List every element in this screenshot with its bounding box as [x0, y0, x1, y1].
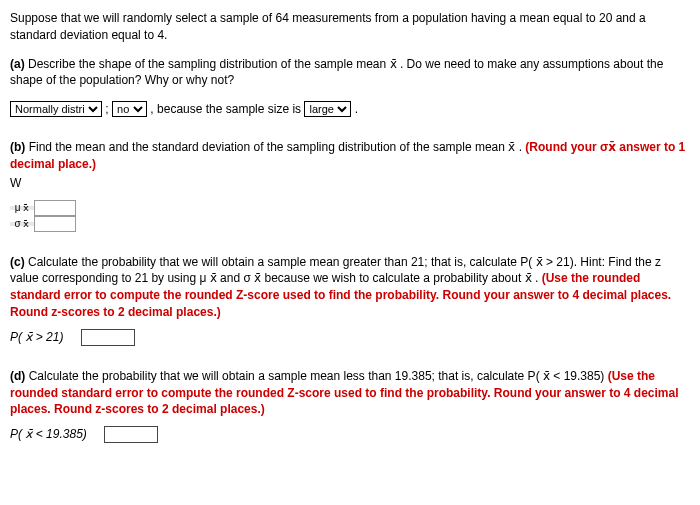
- part-b-prompt: (b) Find the mean and the standard devia…: [10, 139, 690, 173]
- assumption-select[interactable]: no: [112, 101, 147, 117]
- part-a-text: Describe the shape of the sampling distr…: [10, 57, 663, 88]
- mean-sd-table: μ x̄ σ x̄: [10, 200, 690, 232]
- w-label: W: [10, 175, 690, 192]
- size-select[interactable]: large: [304, 101, 351, 117]
- part-a-label: (a): [10, 57, 25, 71]
- part-b-label: (b): [10, 140, 25, 154]
- part-b-text: Find the mean and the standard deviation…: [29, 140, 522, 154]
- part-c-prob-label: P( x̄ > 21): [10, 329, 63, 343]
- part-c-input[interactable]: [81, 329, 135, 346]
- part-d-input[interactable]: [104, 426, 158, 443]
- part-a-answer-row: Normally distri ; no , because the sampl…: [10, 101, 690, 117]
- part-a-prompt: (a) Describe the shape of the sampling d…: [10, 56, 690, 90]
- part-d-label: (d): [10, 369, 25, 383]
- part-d-prob-label: P( x̄ < 19.385): [10, 427, 87, 441]
- part-c-label: (c): [10, 255, 25, 269]
- because-text: , because the sample size is: [150, 102, 301, 116]
- part-c-prompt: (c) Calculate the probability that we wi…: [10, 254, 690, 321]
- period: .: [355, 102, 358, 116]
- shape-select[interactable]: Normally distri: [10, 101, 102, 117]
- mu-label: μ x̄: [10, 206, 34, 210]
- sigma-input[interactable]: [34, 216, 76, 232]
- part-d-text: Calculate the probability that we will o…: [29, 369, 605, 383]
- intro-text: Suppose that we will randomly select a s…: [10, 10, 690, 44]
- part-d-answer: P( x̄ < 19.385): [10, 426, 690, 443]
- mu-input[interactable]: [34, 200, 76, 216]
- sigma-label: σ x̄: [10, 222, 34, 226]
- part-d-prompt: (d) Calculate the probability that we wi…: [10, 368, 690, 418]
- part-c-answer: P( x̄ > 21): [10, 329, 690, 346]
